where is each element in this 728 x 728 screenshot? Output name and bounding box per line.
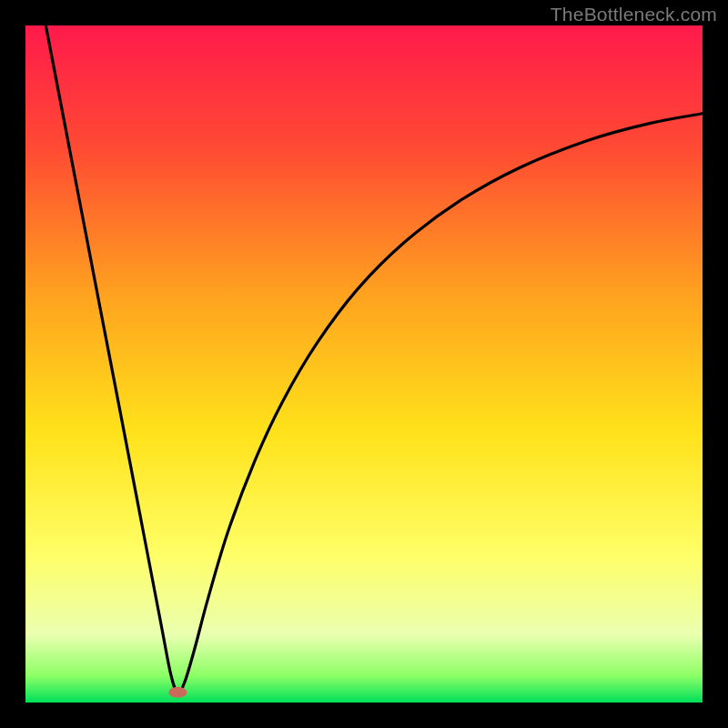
chart-frame (25, 25, 703, 703)
watermark-text: TheBottleneck.com (551, 4, 717, 25)
chart-background (25, 25, 703, 703)
chart-svg (25, 25, 703, 703)
minimum-marker (168, 687, 187, 698)
